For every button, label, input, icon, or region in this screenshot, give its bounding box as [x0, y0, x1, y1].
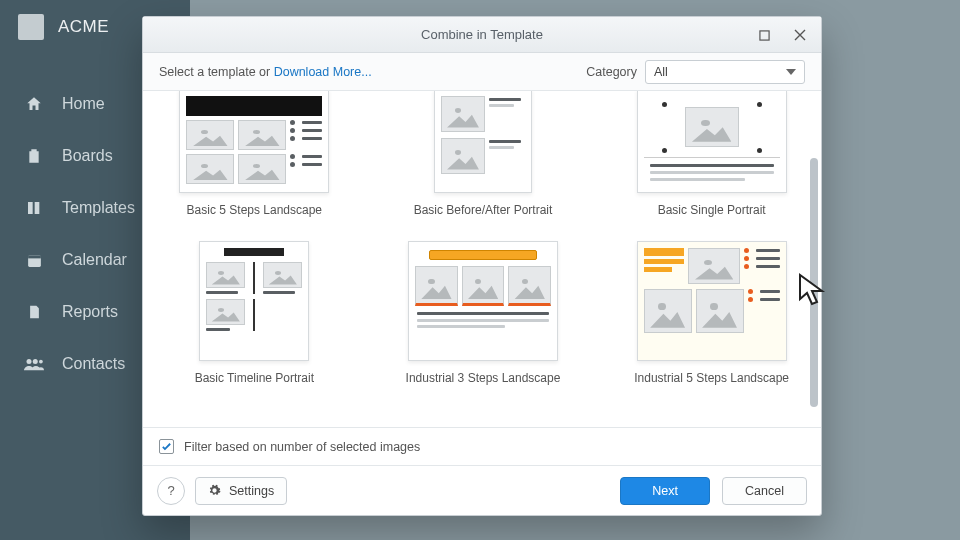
filter-checkbox[interactable]	[159, 439, 174, 454]
template-thumbnail	[637, 91, 787, 193]
sidebar-item-label: Home	[62, 95, 105, 113]
template-name: Basic Before/After Portrait	[414, 203, 553, 217]
template-card[interactable]: Industrial 5 Steps Landscape	[618, 241, 805, 385]
template-name: Basic 5 Steps Landscape	[187, 203, 322, 217]
template-card[interactable]: Basic Single Portrait	[618, 91, 805, 217]
download-more-link[interactable]: Download More...	[274, 65, 372, 79]
select-template-prompt: Select a template or Download More...	[159, 65, 372, 79]
template-thumbnail	[199, 241, 309, 361]
template-thumbnail	[637, 241, 787, 361]
gallery-scrollbar[interactable]	[809, 91, 819, 427]
gear-icon	[208, 484, 221, 497]
svg-rect-3	[28, 255, 41, 258]
contacts-icon	[24, 354, 44, 374]
chevron-down-icon	[786, 69, 796, 75]
dialog-title: Combine in Template	[421, 27, 543, 42]
category-label: Category	[586, 65, 637, 79]
maximize-button[interactable]	[749, 21, 779, 49]
template-name: Industrial 5 Steps Landscape	[634, 371, 789, 385]
calendar-icon	[24, 250, 44, 270]
clipboard-icon	[24, 146, 44, 166]
sidebar-item-label: Calendar	[62, 251, 127, 269]
filter-bar: Filter based on number of selected image…	[143, 427, 821, 465]
template-name: Basic Single Portrait	[658, 203, 766, 217]
template-thumbnail	[434, 91, 532, 193]
sidebar-item-label: Contacts	[62, 355, 125, 373]
sidebar-item-label: Templates	[62, 199, 135, 217]
templates-icon	[24, 198, 44, 218]
cancel-button[interactable]: Cancel	[722, 477, 807, 505]
brand-logo	[18, 14, 44, 40]
template-card[interactable]: Basic 5 Steps Landscape	[161, 91, 348, 217]
template-card[interactable]: Industrial 3 Steps Landscape	[390, 241, 577, 385]
sidebar-item-label: Reports	[62, 303, 118, 321]
svg-rect-0	[28, 202, 33, 214]
scrollbar-thumb[interactable]	[810, 158, 818, 407]
home-icon	[24, 94, 44, 114]
help-icon: ?	[167, 483, 174, 498]
svg-rect-1	[35, 202, 40, 214]
template-card[interactable]: Basic Before/After Portrait	[390, 91, 577, 217]
category-value: All	[654, 65, 668, 79]
svg-point-4	[27, 359, 32, 364]
category-select[interactable]: All	[645, 60, 805, 84]
dialog-footer: ? Settings Next Cancel	[143, 465, 821, 515]
svg-rect-7	[759, 30, 768, 39]
sidebar-item-label: Boards	[62, 147, 113, 165]
template-card[interactable]: Basic Timeline Portrait	[161, 241, 348, 385]
template-gallery: Basic 5 Steps Landscape	[143, 91, 821, 427]
brand-name: ACME	[58, 17, 109, 37]
svg-point-6	[39, 360, 43, 364]
next-button[interactable]: Next	[620, 477, 710, 505]
dialog-titlebar: Combine in Template	[143, 17, 821, 53]
template-name: Industrial 3 Steps Landscape	[406, 371, 561, 385]
filter-label: Filter based on number of selected image…	[184, 440, 420, 454]
report-icon	[24, 302, 44, 322]
dialog-subbar: Select a template or Download More... Ca…	[143, 53, 821, 91]
template-thumbnail	[179, 91, 329, 193]
template-thumbnail	[408, 241, 558, 361]
help-button[interactable]: ?	[157, 477, 185, 505]
close-button[interactable]	[785, 21, 815, 49]
template-name: Basic Timeline Portrait	[195, 371, 314, 385]
combine-template-dialog: Combine in Template Select a template or…	[142, 16, 822, 516]
svg-point-5	[33, 359, 38, 364]
settings-button[interactable]: Settings	[195, 477, 287, 505]
